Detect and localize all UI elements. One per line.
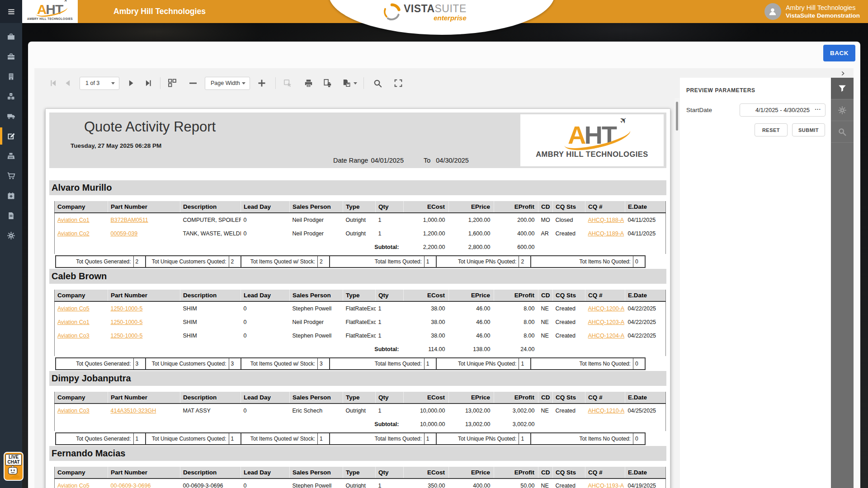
zoom-level-select[interactable]: Page Width xyxy=(205,77,250,90)
summary-group: Tot Items No Quoted:0 xyxy=(530,256,645,267)
scrollbar-thumb[interactable] xyxy=(676,102,678,131)
page-number-select[interactable]: 1 of 3 xyxy=(80,77,119,90)
company-link[interactable]: Aviation Co5 xyxy=(57,483,90,488)
part-number-link[interactable]: 1250-1000-5 xyxy=(111,319,143,325)
next-page-button[interactable] xyxy=(124,76,138,90)
sidebar-item-cubes[interactable] xyxy=(0,86,22,106)
sidebar-item-truck[interactable] xyxy=(0,106,22,126)
zoom-in-button[interactable] xyxy=(255,76,269,90)
summary-value: 3 xyxy=(133,358,145,369)
part-number-link[interactable]: 414A3510-323GH xyxy=(111,408,156,414)
fullscreen-button[interactable] xyxy=(391,76,406,90)
sidebar-item-cash-register[interactable] xyxy=(0,146,22,166)
company-link[interactable]: Aviation Co1 xyxy=(57,217,90,223)
company-link[interactable]: Aviation Co3 xyxy=(57,408,90,414)
table-cell: 04/22/2025 xyxy=(625,301,666,315)
reset-button[interactable]: RESET xyxy=(755,123,788,136)
first-page-button[interactable] xyxy=(46,76,61,90)
sidebar-item-briefcase[interactable] xyxy=(0,27,22,47)
table-cell: 414A3510-323GH xyxy=(108,404,180,418)
table-cell: 0 xyxy=(241,404,290,418)
table-cell: 1 xyxy=(376,301,404,315)
app-title: Ambry Hill Technologies xyxy=(113,0,206,23)
column-header: CD xyxy=(538,201,553,213)
cq-number-link[interactable]: AHCQ-1203-A xyxy=(588,319,625,325)
filter-parameters-button[interactable] xyxy=(831,78,854,99)
table-cell: TANK, WASTE, WELDE xyxy=(180,227,241,240)
startdate-input[interactable]: 4/1/2025 - 4/30/2025 ... xyxy=(740,103,826,117)
live-chat-widget[interactable]: LIVE CHAT xyxy=(4,452,24,481)
search-panel-button[interactable] xyxy=(831,121,854,143)
summary-label: Tot Unique Customers Quoted: xyxy=(146,361,229,367)
table-cell: 04/11/2025 xyxy=(625,227,666,240)
back-button[interactable]: BACK xyxy=(823,45,855,61)
part-number-link[interactable]: 00059-039 xyxy=(111,230,138,237)
table-cell: AHCQ-1188-A xyxy=(585,213,625,227)
part-number-link[interactable]: 1250-1000-5 xyxy=(111,333,143,339)
text-select-button[interactable] xyxy=(280,76,295,90)
cq-number-link[interactable]: AHCQ-1204-A xyxy=(588,333,625,339)
subtotal-label: Subtotal: xyxy=(55,418,404,431)
part-number-link[interactable]: 1250-1000-5 xyxy=(111,305,143,312)
company-link[interactable]: Aviation Co3 xyxy=(57,333,90,339)
menu-toggle-button[interactable] xyxy=(0,0,22,23)
print-page-button[interactable] xyxy=(320,76,335,90)
cq-number-link[interactable]: AHCQ-1200-A xyxy=(588,305,625,312)
submit-button[interactable]: SUBMIT xyxy=(792,123,825,136)
table-row: Aviation Co200059-039TANK, WASTE, WELDE0… xyxy=(55,227,666,240)
subtotal-value: 600.00 xyxy=(494,240,538,254)
last-page-button[interactable] xyxy=(141,76,156,90)
sidebar-item-shopping-cart[interactable] xyxy=(0,166,22,186)
sidebar-item-settings[interactable] xyxy=(0,225,22,245)
cq-number-link[interactable]: AHCQ-1188-A xyxy=(588,217,624,223)
sidebar-item-document[interactable] xyxy=(0,206,22,225)
column-header: Type xyxy=(343,290,376,301)
prev-page-button[interactable] xyxy=(61,76,75,90)
sidebar-item-edit[interactable] xyxy=(0,126,22,146)
sidebar-item-building[interactable] xyxy=(0,66,22,86)
date-options-button[interactable]: ... xyxy=(815,104,821,111)
table-cell: 38.00 xyxy=(404,301,449,315)
company-link[interactable]: Aviation Co2 xyxy=(57,230,90,237)
company-link[interactable]: Aviation Co1 xyxy=(57,319,90,325)
column-header: ECost xyxy=(404,392,449,404)
column-header: CQ Sts xyxy=(553,290,585,301)
user-menu[interactable]: Ambry Hill Technologies VistaSuite Demon… xyxy=(764,0,860,23)
caret-down-icon xyxy=(354,82,357,84)
section-salesperson-name: Alvaro Murillo xyxy=(49,180,666,195)
hamburger-icon xyxy=(7,7,16,16)
brand-suite: SUITE xyxy=(435,3,467,14)
summary-label: Tot Items Quoted w/ Stock: xyxy=(241,258,318,265)
summary-group: Tot Items No Quoted:0 xyxy=(530,358,645,369)
column-header: Type xyxy=(343,392,376,404)
collapse-panel-button[interactable] xyxy=(838,69,847,78)
sidebar-item-calendar-plus[interactable] xyxy=(0,186,22,206)
part-number-link[interactable]: B372BAM0511 xyxy=(111,217,148,223)
table-cell: 38.00 xyxy=(404,315,449,329)
sidebar-item-toolbox[interactable] xyxy=(0,47,22,66)
table-cell: 04/22/2025 xyxy=(625,315,666,329)
search-button[interactable] xyxy=(370,76,385,90)
print-button[interactable] xyxy=(301,76,316,90)
table-cell: 1 xyxy=(376,315,404,329)
settings-button[interactable] xyxy=(831,99,854,121)
column-header: CQ # xyxy=(585,467,625,479)
table-cell: 8.00 xyxy=(494,301,538,315)
section-summary: Tot Quotes Generated:2Tot Unique Custome… xyxy=(55,255,646,268)
cq-number-link[interactable]: AHCQ-1193-A xyxy=(588,483,624,488)
export-button[interactable] xyxy=(339,76,359,90)
multi-page-view-button[interactable] xyxy=(165,76,179,90)
summary-group: Tot Unique Customers Quoted:1 xyxy=(145,433,241,444)
summary-group: Tot Unique Customers Quoted:2 xyxy=(145,256,241,267)
table-row: Aviation Co31250-1000-5SHIM0Stephen Powe… xyxy=(55,329,666,343)
company-link[interactable]: Aviation Co5 xyxy=(57,305,90,312)
summary-value: 0 xyxy=(633,433,645,444)
column-header: Qty xyxy=(376,392,404,404)
viewer-scrollbar[interactable] xyxy=(675,98,680,488)
cq-number-link[interactable]: AHCQ-1189-A xyxy=(588,230,624,237)
table-cell: 10,000.00 xyxy=(404,404,449,418)
cash-register-icon xyxy=(6,151,16,161)
part-number-link[interactable]: 00-0609-3-0696 xyxy=(111,483,151,488)
cq-number-link[interactable]: AHCQ-1210-A xyxy=(588,408,625,414)
zoom-out-button[interactable] xyxy=(186,76,200,90)
